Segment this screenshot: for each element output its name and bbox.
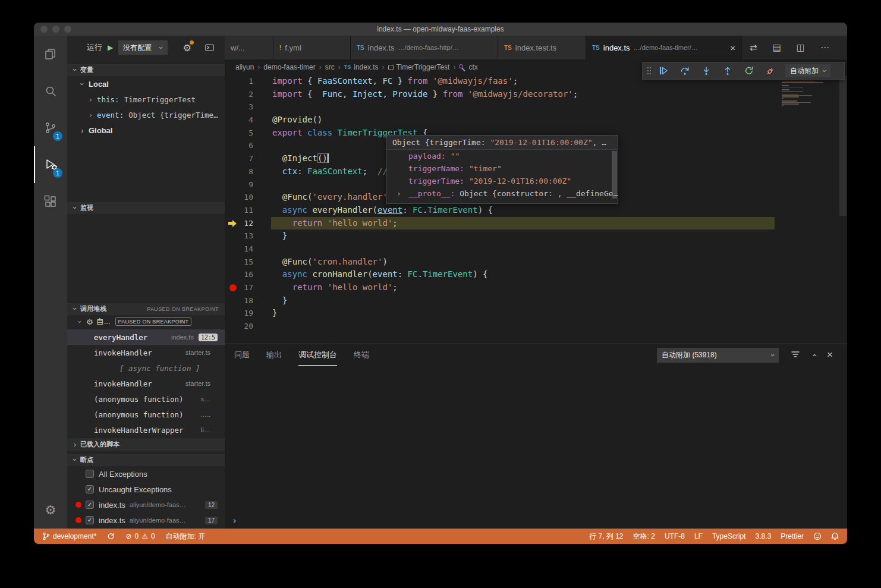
split-editor-icon[interactable]: ◫ (797, 42, 805, 53)
panel-tab-问题[interactable]: 问题 (234, 344, 250, 366)
step-over-button[interactable] (675, 63, 695, 78)
scrollbar-thumb[interactable] (839, 76, 847, 216)
continue-button[interactable] (653, 63, 674, 78)
code-line-2[interactable]: 2import { Func, Inject, Provide } from '… (225, 88, 847, 101)
hover-property-triggerName[interactable]: triggerName:"timer" (387, 162, 618, 175)
more-actions-icon[interactable]: ⋯ (820, 42, 829, 53)
open-changes-icon[interactable]: ⇄ (750, 42, 757, 53)
panel-tab-输出[interactable]: 输出 (266, 344, 282, 366)
editor-tab-index.ts[interactable]: TSindex.ts…/demo-faas-timer/…× (586, 36, 742, 59)
notifications-bell-icon[interactable] (831, 532, 839, 540)
breadcrumb-index.ts[interactable]: TSindex.ts (344, 63, 379, 71)
auto-attach-status[interactable]: 自动附加: 开 (166, 532, 206, 542)
breakpoint-checkbox[interactable]: ✓ (86, 485, 94, 493)
run-and-debug-icon[interactable]: 1 (34, 146, 67, 183)
breakpoint-checkbox[interactable] (86, 470, 94, 478)
stack-frame-everyHandler[interactable]: everyHandlerindex.ts12:5 (67, 329, 225, 345)
code-line-4[interactable]: 4@Provide() (225, 114, 847, 127)
hover-property-triggerTime[interactable]: triggerTime:"2019-12-01T16:00:00Z" (387, 175, 618, 187)
zoom-window-button[interactable] (64, 26, 71, 33)
formatter-status[interactable]: Prettier (781, 532, 804, 540)
close-icon[interactable]: × (725, 43, 735, 53)
code-line-12[interactable]: 12 return 'hello world'; (225, 217, 847, 230)
editor-scrollbar[interactable] (839, 75, 847, 344)
breadcrumb-aliyun[interactable]: aliyun (235, 63, 254, 71)
branch-status[interactable]: development* (42, 532, 96, 540)
code-line-16[interactable]: 16 async cronHandler(event: FC.TimerEven… (225, 268, 847, 281)
maximize-panel-icon[interactable]: › (808, 354, 819, 357)
problems-status[interactable]: ⊘ 0 ⚠ 0 (125, 532, 155, 540)
debug-console-icon[interactable] (204, 43, 215, 52)
drag-handle-icon[interactable] (646, 65, 652, 76)
editor-tab-index.ts[interactable]: TSindex.ts…/demo-faas-http/… (351, 36, 498, 59)
variables-section-header[interactable]: › 变量 (67, 63, 225, 76)
stack-frame-invokeHandlerWrapper[interactable]: invokeHandlerWrapperli… (67, 422, 225, 438)
close-window-button[interactable] (40, 26, 48, 33)
breakpoint-row-Uncaught Exceptions[interactable]: ✓Uncaught Exceptions (67, 482, 225, 497)
step-into-button[interactable] (696, 63, 716, 78)
disconnect-button[interactable] (760, 63, 781, 78)
close-panel-icon[interactable]: × (827, 349, 833, 361)
hover-property-__proto__[interactable]: ›__proto__:Object {constructor: , __defi… (387, 187, 618, 200)
editor-tab-w/...[interactable]: w/... (225, 36, 273, 59)
sync-status[interactable] (107, 533, 115, 540)
configure-gear-icon[interactable]: ⚙ (183, 42, 191, 54)
debug-console-output[interactable] (225, 366, 847, 513)
breakpoints-section-header[interactable]: › 断点 (67, 453, 225, 466)
encoding-status[interactable]: UTF-8 (665, 532, 685, 540)
breakpoint-checkbox[interactable]: ✓ (86, 501, 94, 509)
stack-frame-[ async function ][interactable]: [ async function ] (67, 360, 225, 376)
breakpoint-row-index.ts[interactable]: ✓index.tsaliyun/demo-faas…12 (67, 497, 225, 512)
variable-event[interactable]: ›event:Object {triggerTime… (67, 107, 225, 122)
stack-frame-(anonymous function)[interactable]: (anonymous function)….. (67, 407, 225, 422)
breadcrumb-ctx[interactable]: ctx (459, 63, 477, 71)
restart-button[interactable] (739, 63, 759, 78)
layout-icon[interactable]: ▤ (773, 42, 781, 53)
ts-version-status[interactable]: 3.8.3 (756, 532, 772, 540)
stack-frame-(anonymous function)[interactable]: (anonymous function)s… (67, 391, 225, 407)
hover-property-payload[interactable]: payload:"" (387, 150, 618, 162)
code-line-15[interactable]: 15 @Func('cron.handler') (225, 256, 847, 269)
debug-config-dropdown[interactable]: 没有配置 › (118, 40, 167, 55)
editor-tab-index.test.ts[interactable]: TSindex.test.ts (498, 36, 586, 59)
breakpoint-row-index.ts[interactable]: ✓index.tsaliyun/demo-faas…17 (67, 512, 225, 528)
explorer-icon[interactable] (34, 36, 67, 73)
minimize-window-button[interactable] (52, 26, 59, 33)
callstack-section-header[interactable]: › 调用堆栈 PAUSED ON BREAKPOINT (67, 302, 225, 315)
debug-console-input[interactable]: › (225, 513, 847, 529)
variables-scope-Global[interactable]: ›Global (67, 122, 225, 138)
editor-tab-f.yml[interactable]: !f.yml (273, 36, 351, 59)
indentation-status[interactable]: 空格: 2 (633, 532, 655, 542)
extensions-icon[interactable] (34, 183, 67, 220)
cursor-position-status[interactable]: 行 7, 列 12 (589, 532, 623, 542)
panel-tab-调试控制台[interactable]: 调试控制台 (298, 344, 337, 366)
minimap[interactable] (782, 81, 839, 109)
code-line-17[interactable]: 17 return 'hello world'; (225, 281, 847, 294)
breakpoint-checkbox[interactable]: ✓ (86, 516, 94, 524)
step-out-button[interactable] (718, 63, 738, 78)
breadcrumb-demo-faas-timer[interactable]: demo-faas-timer (263, 63, 315, 71)
code-line-14[interactable]: 14 (225, 243, 847, 256)
debug-session-dropdown[interactable]: 自动附加 (53918) › (657, 348, 779, 363)
code-line-20[interactable]: 20 (225, 320, 847, 333)
hover-scrollbar[interactable] (612, 151, 617, 199)
debug-session-row[interactable]: ›⚙自...PAUSED ON BREAKPOINT (67, 314, 225, 329)
breadcrumb-TimerTriggerTest[interactable]: TimerTriggerTest (388, 63, 450, 71)
search-icon[interactable] (34, 73, 67, 109)
code-line-13[interactable]: 13 } (225, 229, 847, 243)
breadcrumb-src[interactable]: src (325, 63, 335, 71)
code-line-3[interactable]: 3 (225, 100, 847, 114)
code-line-18[interactable]: 18 } (225, 294, 847, 307)
code-line-11[interactable]: 11 async everyHandler(event: FC.TimerEve… (225, 204, 847, 217)
filter-icon[interactable] (791, 350, 800, 361)
manage-gear-icon[interactable]: ⚙ (34, 492, 67, 529)
feedback-icon[interactable] (813, 532, 822, 540)
code-editor[interactable]: 1import { FaaSContext, FC } from '@midwa… (225, 75, 847, 344)
variables-scope-Local[interactable]: ›Local (67, 76, 225, 92)
variable-this[interactable]: ›this:TimerTriggerTest (67, 92, 225, 107)
auto-attach-dropdown[interactable]: 自动附加 › (785, 64, 830, 77)
eol-status[interactable]: LF (694, 532, 703, 540)
language-status[interactable]: TypeScript (712, 532, 746, 540)
stack-frame-invokeHandler[interactable]: invokeHandlerstarter.ts (67, 376, 225, 391)
breakpoint-row-All Exceptions[interactable]: All Exceptions (67, 466, 225, 482)
